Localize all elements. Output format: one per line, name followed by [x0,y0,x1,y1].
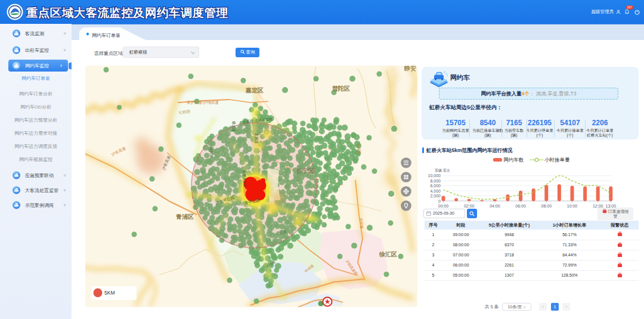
svg-text:10,000: 10,000 [428,174,441,178]
svg-text:0: 0 [438,199,441,203]
svg-text:长宁区: 长宁区 [296,168,314,174]
svg-text:重点区域大客流监控及网约车调度管理: 重点区域大客流监控及网约车调度管理 [26,6,228,19]
svg-text:车辆:车次: 车辆:车次 [435,168,450,173]
svg-text:嘉定区: 嘉定区 [245,87,264,94]
svg-text:2,000: 2,000 [430,194,441,198]
svg-text:普陀区: 普陀区 [332,85,350,92]
svg-text:青浦区: 青浦区 [175,213,194,220]
svg-text:08:00: 08:00 [541,204,552,208]
svg-text:04:00: 04:00 [490,204,500,208]
svg-text:京沪高速/沪翔高速: 京沪高速/沪翔高速 [187,100,219,105]
svg-text:00:00: 00:00 [438,204,449,208]
svg-text:北翟路: 北翟路 [254,133,259,144]
svg-text:8,000: 8,000 [430,179,441,183]
svg-text:4,000: 4,000 [430,189,441,193]
svg-text:06:00: 06:00 [515,204,526,208]
svg-text:6,000: 6,000 [430,184,441,188]
svg-text:静安: 静安 [404,66,416,72]
svg-text:02:00: 02:00 [464,204,475,208]
svg-text:5KM: 5KM [104,290,114,296]
svg-text:徐汇区: 徐汇区 [379,251,397,258]
svg-text:蟠龙路: 蟠龙路 [231,121,236,132]
svg-text:10:00: 10:00 [567,204,578,208]
svg-text:虹桥火车站: 虹桥火车站 [243,171,247,187]
